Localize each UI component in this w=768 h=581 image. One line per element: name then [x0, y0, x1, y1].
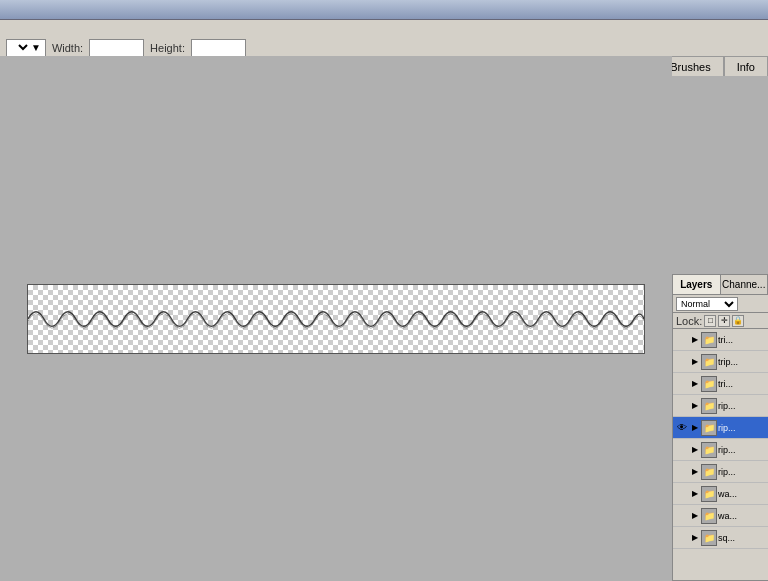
layer-eye-icon[interactable] [675, 531, 689, 545]
layer-name-label: wa... [718, 489, 766, 499]
layer-expand-icon[interactable]: ▶ [690, 377, 700, 391]
layer-expand-icon[interactable]: ▶ [690, 399, 700, 413]
height-input[interactable] [191, 39, 246, 57]
layer-thumbnail: 📁 [701, 530, 717, 546]
layer-name-label: rip... [718, 467, 766, 477]
layers-blend-row: Normal [673, 295, 768, 313]
layer-row[interactable]: ▶📁tri... [673, 329, 768, 351]
layer-row[interactable]: ▶📁rip... [673, 395, 768, 417]
layer-name-label: wa... [718, 511, 766, 521]
tool-select[interactable] [11, 41, 31, 54]
layer-name-label: tri... [718, 379, 766, 389]
layer-row[interactable]: ▶📁rip... [673, 439, 768, 461]
tab-info[interactable]: Info [724, 56, 768, 76]
layer-expand-icon[interactable]: ▶ [690, 465, 700, 479]
layer-thumbnail: 📁 [701, 376, 717, 392]
tab-channels[interactable]: Channe... [721, 275, 769, 294]
layer-expand-icon[interactable]: ▶ [690, 443, 700, 457]
layer-eye-icon[interactable] [675, 487, 689, 501]
tab-layers[interactable]: Layers [673, 275, 721, 294]
layer-thumbnail: 📁 [701, 442, 717, 458]
layer-eye-icon[interactable] [675, 377, 689, 391]
layer-row[interactable]: ▶📁tri... [673, 373, 768, 395]
canvas-container[interactable] [27, 284, 645, 354]
tool-selector[interactable]: ▼ [6, 39, 46, 57]
canvas-svg [28, 285, 644, 353]
layer-name-label: rip... [718, 445, 766, 455]
layer-expand-icon[interactable]: ▶ [690, 333, 700, 347]
layer-thumbnail: 📁 [701, 398, 717, 414]
width-label: Width: [52, 42, 83, 54]
layer-eye-icon[interactable] [675, 465, 689, 479]
lock-pixels-button[interactable]: □ [704, 315, 716, 327]
layer-eye-icon[interactable] [675, 509, 689, 523]
layer-thumbnail: 📁 [701, 354, 717, 370]
width-input[interactable] [89, 39, 144, 57]
height-label: Height: [150, 42, 185, 54]
layer-thumbnail: 📁 [701, 420, 717, 436]
layer-eye-icon[interactable] [675, 355, 689, 369]
lock-all-button[interactable]: 🔒 [732, 315, 744, 327]
layer-expand-icon[interactable]: ▶ [690, 355, 700, 369]
lock-position-button[interactable]: ✛ [718, 315, 730, 327]
layer-row[interactable]: ▶📁trip... [673, 351, 768, 373]
layer-name-label: sq... [718, 533, 766, 543]
layer-name-label: trip... [718, 357, 766, 367]
layer-eye-icon[interactable] [675, 399, 689, 413]
layer-row[interactable]: 👁▶📁rip... [673, 417, 768, 439]
layer-expand-icon[interactable]: ▶ [690, 509, 700, 523]
layer-row[interactable]: ▶📁wa... [673, 483, 768, 505]
layers-lock-row: Lock: □ ✛ 🔒 [673, 313, 768, 329]
main-canvas-area [0, 56, 672, 581]
layer-name-label: rip... [718, 423, 766, 433]
layer-thumbnail: 📁 [701, 464, 717, 480]
layer-expand-icon[interactable]: ▶ [690, 487, 700, 501]
layer-name-label: rip... [718, 401, 766, 411]
lock-label: Lock: [676, 315, 702, 327]
layer-eye-icon[interactable] [675, 333, 689, 347]
dropdown-arrow-icon: ▼ [31, 42, 41, 53]
title-bar [0, 0, 768, 20]
layer-thumbnail: 📁 [701, 486, 717, 502]
layer-thumbnail: 📁 [701, 508, 717, 524]
layers-tabs: Layers Channe... [673, 275, 768, 295]
layer-row[interactable]: ▶📁rip... [673, 461, 768, 483]
blend-mode-select[interactable]: Normal [676, 297, 738, 311]
layer-name-label: tri... [718, 335, 766, 345]
layer-row[interactable]: ▶📁wa... [673, 505, 768, 527]
layers-list: ▶📁tri...▶📁trip...▶📁tri...▶📁rip...👁▶📁rip.… [673, 329, 768, 580]
layers-panel: Layers Channe... Normal Lock: □ ✛ 🔒 ▶📁tr… [672, 274, 768, 581]
layer-expand-icon[interactable]: ▶ [690, 531, 700, 545]
layer-expand-icon[interactable]: ▶ [690, 421, 700, 435]
layer-thumbnail: 📁 [701, 332, 717, 348]
layer-eye-icon[interactable]: 👁 [675, 421, 689, 435]
layer-row[interactable]: ▶📁sq... [673, 527, 768, 549]
layer-eye-icon[interactable] [675, 443, 689, 457]
